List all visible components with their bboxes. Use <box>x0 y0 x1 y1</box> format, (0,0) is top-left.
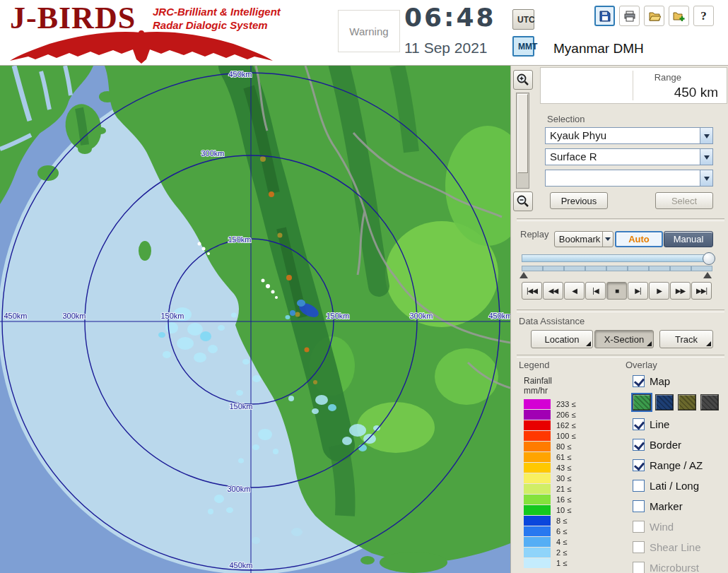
legend-title: Legend <box>519 360 549 370</box>
extra-dropdown[interactable] <box>545 170 713 187</box>
radar-map[interactable]: 450km300km150km150km300km450km450km300km… <box>0 66 510 573</box>
legend-color-swatch <box>524 516 551 526</box>
range-card: Range 450 km <box>540 67 727 104</box>
zoom-out-button[interactable] <box>513 191 533 211</box>
legend-value: 16 ≤ <box>556 495 571 504</box>
bookmark-button-label: Bookmark <box>559 234 601 244</box>
map-style-swatch-3[interactable] <box>678 394 696 410</box>
transport-play-button[interactable]: ▶ <box>649 282 669 300</box>
legend-color-swatch <box>524 558 551 568</box>
overlay-row-wind: Wind <box>633 518 724 535</box>
legend-row: 2 ≤ <box>524 547 575 557</box>
transport-fast-forward-button[interactable]: ▶▶ <box>670 282 691 300</box>
product-dropdown-value: Surface R <box>546 149 712 165</box>
overlay-label: Wind <box>650 521 674 533</box>
overlay-row-border[interactable]: Border <box>633 436 724 453</box>
svg-text:300km: 300km <box>409 312 433 320</box>
replay-timeline-slider[interactable] <box>522 254 712 262</box>
eagle-logo-icon <box>6 28 277 64</box>
legend-row: 4 ≤ <box>524 536 575 547</box>
track-button[interactable]: Track <box>659 330 713 348</box>
overlay-row-marker[interactable]: Marker <box>633 497 724 514</box>
previous-button[interactable]: Previous <box>550 192 608 209</box>
save-button[interactable] <box>594 6 615 26</box>
legend-unit-line2: mm/hr <box>524 386 548 396</box>
logo-subtitle-line1: JRC-Brilliant & Intelligent <box>153 6 281 18</box>
product-dropdown[interactable]: Surface R <box>545 148 713 165</box>
legend-row: 100 ≤ <box>524 430 575 441</box>
timeline-thumb[interactable] <box>703 252 715 265</box>
svg-text:450km: 450km <box>488 312 510 320</box>
checkbox[interactable] <box>633 439 645 451</box>
overlay-label: Shear Line <box>650 541 701 553</box>
legend-row: 21 ≤ <box>524 483 575 494</box>
site-dropdown-value: Kyauk Phyu <box>546 128 712 143</box>
bookmark-dropdown-icon[interactable] <box>602 232 613 247</box>
help-button[interactable]: ? <box>693 6 714 26</box>
transport-rewind-button[interactable]: ◀◀ <box>543 282 563 300</box>
control-panel: Range 450 km Selection Kyauk Phyu Surfac… <box>510 66 728 573</box>
range-label: Range <box>654 72 681 83</box>
overlay-label: Lati / Long <box>650 480 699 492</box>
overlay-row-lati-long[interactable]: Lati / Long <box>633 477 724 494</box>
overlay-label: Marker <box>650 500 683 512</box>
overlay-list: MapLineBorderRange / AZLati / LongMarker… <box>633 372 724 573</box>
save-icon <box>599 10 611 23</box>
chevron-down-icon[interactable] <box>700 128 712 143</box>
legend-value: 8 ≤ <box>556 516 567 525</box>
chevron-down-icon[interactable] <box>700 149 712 165</box>
transport-stop-button[interactable]: ■ <box>606 282 627 300</box>
help-icon: ? <box>700 9 707 23</box>
replay-tick-track[interactable] <box>522 266 712 271</box>
svg-text:300km: 300km <box>201 149 224 158</box>
legend-row: 61 ≤ <box>524 451 575 462</box>
site-dropdown[interactable]: Kyauk Phyu <box>545 127 713 144</box>
timeline-start-marker[interactable] <box>519 272 528 278</box>
zoom-slider-thumb[interactable] <box>517 94 528 173</box>
overlay-title: Overlay <box>626 360 657 370</box>
overlay-row-line[interactable]: Line <box>633 415 724 432</box>
map-style-swatch-1[interactable] <box>633 394 651 410</box>
selection-label: Selection <box>547 114 585 124</box>
transport-step-forward-button[interactable]: ▶| <box>628 282 648 300</box>
overlay-row-shear-line: Shear Line <box>633 538 724 555</box>
svg-text:150km: 150km <box>228 235 251 244</box>
checkbox[interactable] <box>633 459 645 471</box>
transport-play-back-button[interactable]: ◀ <box>564 282 585 300</box>
transport-first-button[interactable]: |◀◀ <box>522 282 542 300</box>
zoom-slider-track[interactable] <box>516 93 529 189</box>
overlay-row-map[interactable]: Map <box>633 372 724 389</box>
open-folder-button[interactable] <box>644 6 664 26</box>
legend-value: 206 ≤ <box>556 410 575 419</box>
x-section-button[interactable]: X-Section <box>594 330 654 348</box>
map-style-swatch-2[interactable] <box>655 394 674 410</box>
map-style-swatch-4[interactable] <box>700 394 719 410</box>
checkbox[interactable] <box>633 480 645 492</box>
checkbox[interactable] <box>633 418 645 430</box>
checkbox[interactable] <box>633 375 645 387</box>
chevron-down-icon[interactable] <box>700 170 712 186</box>
overlay-label: Map <box>650 375 670 387</box>
location-button[interactable]: Location <box>531 330 593 348</box>
transport-controls: |◀◀◀◀◀|◀■▶|▶▶▶▶▶| <box>522 282 712 300</box>
checkbox <box>633 541 645 553</box>
zoom-in-button[interactable] <box>513 70 533 90</box>
transport-last-button[interactable]: ▶▶| <box>691 282 712 300</box>
legend-color-swatch <box>524 442 551 451</box>
legend-row: 80 ≤ <box>524 441 575 451</box>
overlay-row-range-az[interactable]: Range / AZ <box>633 456 724 473</box>
zoom-in-icon <box>516 73 530 87</box>
print-button[interactable] <box>619 6 640 26</box>
manual-mode-button[interactable]: Manual <box>664 231 713 247</box>
mmt-button[interactable]: MMT <box>512 36 534 57</box>
export-button[interactable] <box>669 6 689 26</box>
utc-button[interactable]: UTC <box>512 9 534 30</box>
legend-color-swatch <box>524 452 551 462</box>
timeline-end-marker[interactable] <box>703 272 712 278</box>
checkbox[interactable] <box>633 500 645 512</box>
data-assistance-label: Data Assistance <box>519 316 585 326</box>
bookmark-button[interactable]: Bookmark <box>554 231 613 247</box>
select-button[interactable]: Select <box>655 192 713 209</box>
auto-mode-button[interactable]: Auto <box>615 231 663 247</box>
transport-step-back-button[interactable]: |◀ <box>585 282 606 300</box>
